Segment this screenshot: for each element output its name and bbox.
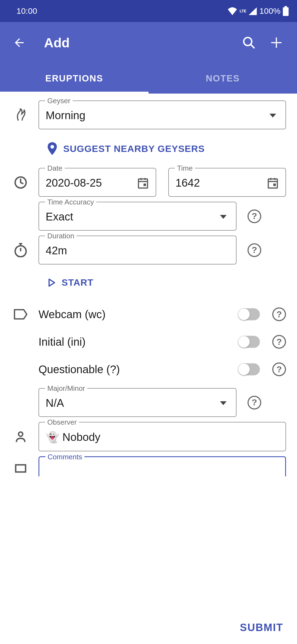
svg-rect-14 — [273, 183, 276, 186]
play-icon — [47, 278, 56, 287]
geyser-value: Morning — [46, 109, 270, 122]
time-accuracy-value: Exact — [46, 211, 220, 223]
search-button[interactable] — [239, 33, 258, 52]
observer-label: Observer — [45, 418, 79, 427]
start-label: START — [62, 277, 94, 288]
svg-rect-1 — [285, 6, 287, 8]
duration-value: 42m — [46, 244, 229, 257]
arrow-back-icon — [13, 36, 26, 49]
location-icon — [47, 142, 58, 155]
major-minor-value: N/A — [46, 397, 220, 409]
tab-eruptions[interactable]: ERUPTIONS — [0, 63, 148, 94]
tag-icon — [11, 308, 30, 320]
wifi-icon — [227, 7, 237, 15]
major-minor-label: Major/Minor — [45, 384, 87, 393]
geyser-label: Geyser — [45, 97, 73, 105]
plus-icon — [270, 36, 283, 50]
observer-value: 👻 Nobody — [46, 431, 279, 444]
status-bar: 10:00 LTE 100% — [0, 0, 297, 22]
time-label: Time — [175, 164, 195, 173]
submit-bar: SUBMIT — [0, 611, 297, 644]
time-accuracy-help[interactable]: ? — [248, 209, 261, 223]
svg-point-19 — [18, 432, 23, 436]
geyser-icon — [11, 108, 30, 122]
major-minor-help[interactable]: ? — [248, 396, 261, 410]
duration-field[interactable]: Duration 42m — [38, 236, 237, 264]
date-field[interactable]: Date 2020-08-25 — [38, 168, 156, 197]
questionable-help[interactable]: ? — [272, 362, 286, 376]
stopwatch-icon — [11, 243, 30, 257]
chevron-down-icon — [220, 215, 227, 219]
time-accuracy-select[interactable]: Time Accuracy Exact — [38, 202, 237, 231]
webcam-help[interactable]: ? — [272, 307, 286, 321]
tabs: ERUPTIONS NOTES — [0, 63, 297, 94]
submit-button[interactable]: SUBMIT — [240, 622, 283, 634]
questionable-switch[interactable] — [238, 363, 260, 375]
observer-field[interactable]: Observer 👻 Nobody — [38, 422, 286, 451]
geyser-select[interactable]: Geyser Morning — [38, 100, 286, 129]
page-title: Add — [44, 35, 231, 50]
comment-icon — [11, 463, 30, 476]
clock: 10:00 — [16, 6, 37, 16]
duration-label: Duration — [45, 232, 76, 240]
calendar-icon — [137, 177, 149, 189]
chevron-down-icon — [270, 114, 276, 118]
app-bar: Add ERUPTIONS NOTES — [0, 22, 297, 94]
major-minor-select[interactable]: Major/Minor N/A — [38, 388, 237, 417]
chevron-down-icon — [220, 401, 227, 405]
signal-icon — [248, 7, 257, 15]
time-field[interactable]: Time 1642 — [168, 168, 286, 197]
duration-help[interactable]: ? — [248, 243, 261, 257]
webcam-switch[interactable] — [238, 308, 260, 320]
svg-line-3 — [251, 44, 254, 48]
date-value: 2020-08-25 — [46, 177, 137, 189]
network-label: LTE — [240, 9, 246, 13]
webcam-label: Webcam (wc) — [38, 308, 238, 321]
battery-icon — [283, 6, 289, 16]
svg-rect-10 — [268, 179, 277, 188]
comments-field[interactable]: Comments — [38, 456, 286, 476]
battery-pct: 100% — [259, 6, 280, 16]
time-value: 1642 — [175, 177, 267, 189]
questionable-label: Questionable (?) — [38, 363, 238, 376]
svg-rect-20 — [16, 465, 26, 472]
date-label: Date — [45, 164, 65, 173]
svg-rect-5 — [139, 179, 148, 188]
initial-label: Initial (ini) — [38, 336, 238, 348]
form-content: Geyser Morning SUGGEST NEARBY GEYSERS Da… — [0, 94, 297, 611]
time-accuracy-label: Time Accuracy — [45, 198, 96, 206]
back-button[interactable] — [11, 34, 28, 51]
suggest-geysers-button[interactable]: SUGGEST NEARBY GEYSERS — [38, 134, 286, 163]
person-icon — [11, 430, 30, 443]
add-button[interactable] — [267, 33, 286, 52]
tab-notes[interactable]: NOTES — [148, 63, 297, 94]
status-right: LTE 100% — [227, 6, 289, 16]
initial-switch[interactable] — [238, 336, 260, 348]
calendar-icon — [267, 177, 279, 189]
search-icon — [242, 36, 256, 50]
clock-icon — [11, 176, 30, 189]
comments-label: Comments — [45, 453, 84, 461]
start-button[interactable]: START — [38, 269, 286, 296]
initial-help[interactable]: ? — [272, 335, 286, 349]
svg-rect-0 — [283, 7, 289, 16]
suggest-label: SUGGEST NEARBY GEYSERS — [63, 143, 205, 154]
svg-rect-9 — [144, 183, 146, 186]
